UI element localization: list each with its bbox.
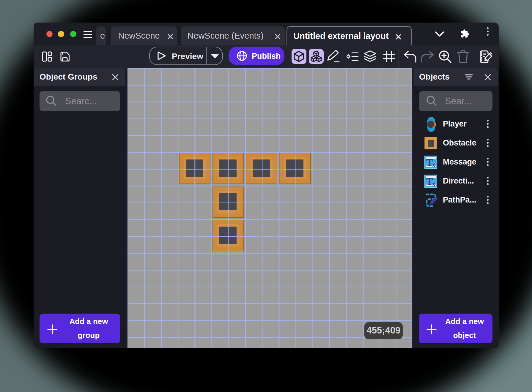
svg-text:x: x <box>432 180 435 187</box>
svg-text:x: x <box>432 161 435 168</box>
